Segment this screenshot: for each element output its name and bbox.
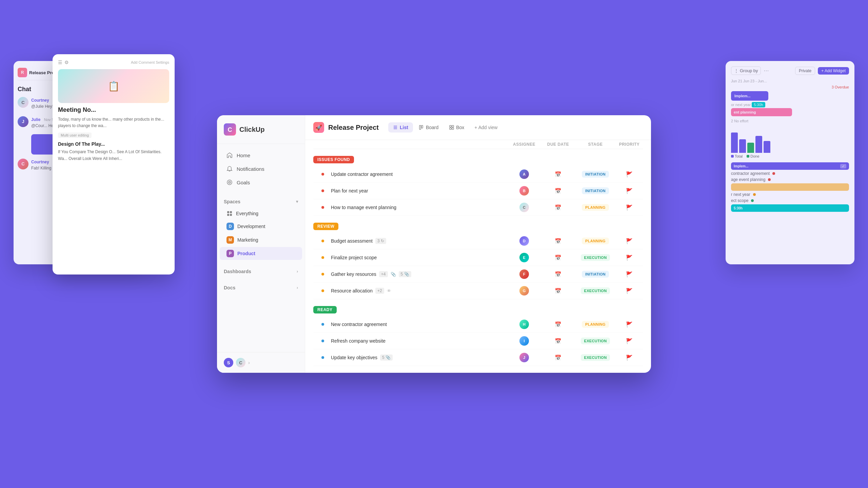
- task-name-3: How to manage event planning: [313, 205, 507, 210]
- stage-3: PLANNING: [575, 204, 616, 211]
- stage-10: EXECUTION: [575, 354, 616, 361]
- stage-9: EXECUTION: [575, 338, 616, 344]
- private-btn[interactable]: Private: [795, 67, 815, 75]
- avatar-courtney: C: [18, 97, 28, 108]
- table-row[interactable]: Refresh company website I 📅 EXECUTION 🚩: [313, 333, 643, 349]
- stage-badge-6: INITIATION: [582, 271, 609, 278]
- table-row[interactable]: Plan for next year B 📅 INITIATION 🚩: [313, 183, 643, 199]
- due-5: 📅: [541, 255, 575, 261]
- docs-label: Docs: [224, 285, 235, 290]
- cal-icon-10: 📅: [555, 354, 561, 361]
- priority-9: 🚩: [616, 338, 643, 344]
- stage-badge-1: INITIATION: [582, 171, 609, 178]
- avatar-task-10: J: [519, 353, 529, 362]
- task-name-2: Plan for next year: [313, 188, 507, 194]
- docs-section: Docs ›: [217, 280, 305, 296]
- review-badge: REVIEW: [313, 223, 338, 230]
- sidebar-item-home[interactable]: Home: [220, 149, 302, 162]
- flag-icon-8: 🚩: [626, 321, 633, 328]
- project-icon: 🚀: [313, 122, 324, 133]
- section-ready: READY New contractor agreement H 📅 PLANN…: [313, 306, 643, 366]
- sidebar-item-goals[interactable]: Goals: [220, 176, 302, 189]
- col-due-header: DUE DATE: [541, 142, 575, 147]
- add-view-btn[interactable]: + Add view: [470, 122, 501, 133]
- dashboards-section: Dashboards ›: [217, 263, 305, 280]
- flag-icon-4: 🚩: [626, 238, 633, 244]
- avatar-task-8: H: [519, 320, 529, 329]
- dashboards-header[interactable]: Dashboards ›: [217, 266, 305, 277]
- avatar-task-5: E: [519, 253, 529, 262]
- stage-badge-2: INITIATION: [582, 187, 609, 194]
- view-tabs: List Board Box: [388, 122, 501, 133]
- chart-legend: Total Done: [731, 154, 849, 158]
- timeline-bar-yellow: [731, 183, 849, 191]
- issues-badge: ISSUES FOUND: [313, 156, 354, 163]
- flag-icon-5: 🚩: [626, 255, 633, 261]
- stage-badge-7: EXECUTION: [581, 287, 610, 294]
- chart-bar-4: [755, 136, 762, 153]
- project-title: Release Project: [328, 124, 379, 131]
- svg-rect-7: [227, 214, 229, 216]
- table-row[interactable]: Update key objectives 5 📎 J 📅 EXECUTION …: [313, 349, 643, 366]
- avatar-julie: J: [18, 116, 28, 127]
- add-widget-btn[interactable]: + Add Widget: [818, 67, 849, 75]
- assignee-7: G: [507, 286, 541, 296]
- table-row[interactable]: How to manage event planning C 📅 PLANNIN…: [313, 199, 643, 216]
- sidebar-item-everything[interactable]: Everything: [220, 208, 302, 219]
- stage-6: INITIATION: [575, 271, 616, 278]
- task-name-6: Gather key resources +4 📎 5 📎: [313, 271, 507, 277]
- table-row[interactable]: Finalize project scope E 📅 EXECUTION 🚩: [313, 249, 643, 266]
- svg-rect-17: [452, 128, 454, 129]
- flag-icon-10: 🚩: [626, 354, 633, 361]
- right-controls: ⋮ Group by ···: [731, 66, 769, 75]
- stage-1: INITIATION: [575, 171, 616, 178]
- section-review: REVIEW Budget assessment 3 ↻ D 📅: [313, 223, 643, 299]
- stage-badge-4: PLANNING: [582, 238, 609, 244]
- stage-badge-5: EXECUTION: [581, 254, 610, 261]
- sidebar-item-product[interactable]: P Product: [220, 247, 302, 260]
- marketing-dot: M: [226, 236, 234, 244]
- sidebar-item-development[interactable]: D Development: [220, 220, 302, 233]
- assignee-3: C: [507, 203, 541, 212]
- due-10: 📅: [541, 354, 575, 361]
- tab-list[interactable]: List: [388, 122, 413, 133]
- footer-avatar-2: C: [236, 358, 245, 367]
- spaces-chevron: ▾: [296, 199, 298, 204]
- spaces-header[interactable]: Spaces ▾: [217, 196, 305, 207]
- col-headers: ASSIGNEE DUE DATE STAGE PRIORITY: [313, 140, 643, 149]
- dashboards-label: Dashboards: [224, 269, 251, 274]
- sidebar-item-notifications[interactable]: Notifications: [220, 162, 302, 175]
- col-stage-header: STAGE: [575, 142, 616, 147]
- cal-icon-8: 📅: [555, 321, 561, 328]
- eye-icon-7: 👁: [387, 288, 391, 293]
- goals-label: Goals: [237, 180, 250, 185]
- priority-5: 🚩: [616, 255, 643, 261]
- task-dot-1: [321, 173, 324, 176]
- tab-board[interactable]: Board: [414, 122, 443, 133]
- box-icon: [449, 125, 454, 130]
- docs-header[interactable]: Docs ›: [217, 282, 305, 293]
- table-row[interactable]: Budget assessment 3 ↻ D 📅 PLANNING 🚩: [313, 233, 643, 249]
- chart-bar-1: [731, 133, 738, 153]
- task-name-9: Refresh company website: [313, 338, 507, 344]
- logo-text: ClickUp: [239, 126, 264, 134]
- bar-chart: [731, 126, 849, 153]
- svg-rect-15: [452, 125, 454, 127]
- tab-box[interactable]: Box: [445, 122, 469, 133]
- table-row[interactable]: New contractor agreement H 📅 PLANNING 🚩: [313, 316, 643, 333]
- sidebar-item-marketing[interactable]: M Marketing: [220, 233, 302, 246]
- table-row[interactable]: Resource allocation +2 👁 G 📅 EXECUTION: [313, 283, 643, 299]
- task-name-5: Finalize project scope: [313, 255, 507, 260]
- clip-icon-6: 📎: [391, 272, 396, 277]
- home-icon: [226, 152, 233, 158]
- due-2: 📅: [541, 188, 575, 194]
- project-icon-small: R: [18, 68, 27, 77]
- table-row[interactable]: Gather key resources +4 📎 5 📎 F 📅 INITIA…: [313, 266, 643, 283]
- author-2: Julie: [31, 117, 40, 122]
- svg-rect-6: [230, 211, 232, 213]
- cal-icon-4: 📅: [555, 238, 561, 244]
- group-by-btn[interactable]: ⋮ Group by: [731, 66, 761, 75]
- timeline-implem-bar: Implem... ✓: [731, 162, 849, 170]
- product-label: Product: [237, 251, 255, 256]
- table-row[interactable]: Update contractor agreement A 📅 INITIATI…: [313, 166, 643, 183]
